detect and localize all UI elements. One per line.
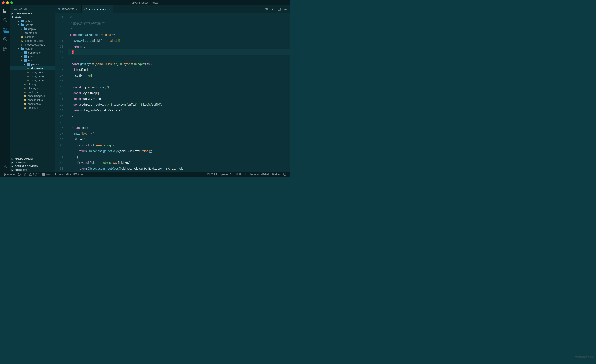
section-label: WWW	[15, 16, 21, 18]
file-aliyun-js[interactable]: JSaliyun.js	[10, 86, 55, 90]
folder-icon	[21, 47, 24, 50]
cursor-position[interactable]: Ln 13, Col 3	[202, 173, 218, 176]
svg-point-4	[6, 29, 7, 30]
chevron-icon: ▶	[18, 24, 20, 26]
tab-aliyun-image-js[interactable]: JSaliyun-image.js×	[82, 5, 113, 13]
file-mongo-tou-[interactable]: JSmongo-tou..	[10, 78, 55, 82]
file-checkpost-js[interactable]: JScheckpost.js	[10, 98, 55, 102]
minimize-window-icon[interactable]	[6, 1, 9, 4]
prettier[interactable]: Prettier	[271, 173, 282, 176]
svg-point-1	[4, 18, 6, 21]
svg-point-19	[284, 174, 284, 174]
file-processes-job-j-[interactable]: {..}processes.job.j..	[10, 39, 55, 43]
file-helper-js[interactable]: JShelper.js	[10, 106, 55, 110]
file-aliyun-ima-[interactable]: JSaliyun-ima..	[10, 67, 55, 70]
file-processes-prod-[interactable]: {..}processes.prod..	[10, 43, 55, 47]
folder-icon	[24, 28, 27, 30]
editor-area: M↓README.mdJSaliyun-image.js× ⋯ 78910111…	[55, 5, 290, 172]
chevron-icon: ▶	[21, 59, 23, 62]
svg-point-2	[4, 28, 5, 29]
sidebar-title: EXPLORER	[10, 5, 55, 12]
split-editor-icon[interactable]	[277, 7, 281, 11]
tree-item-label: deploy	[28, 27, 36, 30]
tree-item-label: libs	[28, 59, 32, 62]
code[interactable]: /** * 把字段转成标准的格式 */ const normalizeField…	[67, 13, 290, 172]
folder-plugins[interactable]: ▶plugins	[10, 62, 55, 67]
section-www[interactable]: ▶WWW	[10, 15, 55, 19]
debug-icon[interactable]	[2, 37, 8, 42]
section-projects[interactable]: ▶PROJECTS	[10, 168, 55, 172]
file-mongo-ima-[interactable]: JSmongo-ima..	[10, 74, 55, 78]
close-tab-icon[interactable]: ×	[108, 7, 110, 11]
js-file-icon: JS	[27, 79, 30, 82]
file-cache-js[interactable]: JScache.js	[10, 90, 55, 94]
folder-icon	[42, 173, 45, 176]
file-crontab-sh[interactable]: >_crontab.sh	[10, 31, 55, 35]
section-open-editors[interactable]: ▶OPEN EDITORS	[10, 12, 55, 15]
tab-label: README.md	[62, 8, 78, 11]
tree-item-label: checkimage.js	[28, 94, 45, 97]
indentation[interactable]: Spaces: 2	[218, 173, 232, 176]
feedback-icon[interactable]	[282, 173, 288, 176]
js-file-icon: JS	[24, 103, 27, 105]
open-changes-icon[interactable]	[265, 7, 268, 11]
explorer-icon[interactable]	[2, 8, 8, 13]
folder-controllers[interactable]: ▶controllers	[10, 51, 55, 55]
lightning-icon[interactable]	[53, 173, 58, 176]
folder-public[interactable]: ▶public	[10, 19, 55, 23]
tree-item-label: cache.js	[28, 90, 38, 94]
chevron-icon: ▶	[18, 48, 20, 50]
file-patch-js[interactable]: JSpatch.js	[10, 35, 55, 39]
tree-item-label: aliyun-ima..	[31, 67, 45, 70]
eol[interactable]: LF	[242, 173, 248, 176]
section-xml[interactable]: ▶XML DOCUMENT	[10, 157, 55, 161]
extensions-icon[interactable]	[2, 46, 8, 52]
tree-item-label: public	[25, 20, 32, 23]
file-mongo-aud-[interactable]: JSmongo-aud..	[10, 70, 55, 74]
tree-item-label: helper.js	[28, 106, 38, 109]
svg-rect-8	[3, 49, 5, 51]
svg-rect-10	[265, 8, 266, 10]
encoding[interactable]: UTF-8	[232, 173, 242, 176]
file-constant-js[interactable]: JSconstant.js	[10, 102, 55, 106]
settings-gear-icon[interactable]	[2, 163, 8, 169]
svg-point-9	[5, 166, 6, 167]
section-label: PROJECTS	[15, 169, 27, 171]
sync-icon[interactable]	[16, 173, 22, 176]
run-icon[interactable]	[271, 8, 274, 11]
folder-deploy[interactable]: ▶deploy	[10, 27, 55, 31]
chevron-right-icon: ▶	[12, 158, 14, 160]
js-file-icon: JS	[24, 83, 27, 86]
folder-libs[interactable]: ▶libs	[10, 59, 55, 62]
folder-status[interactable]: www	[41, 173, 53, 176]
file-alipay-js[interactable]: JSalipay.js	[10, 82, 55, 86]
json-file-icon: {..}	[21, 43, 24, 46]
folder-scripts[interactable]: ▶scripts	[10, 23, 55, 27]
svg-rect-6	[3, 47, 5, 49]
js-file-icon: JS	[27, 67, 30, 70]
section-commits[interactable]: ▶COMMITS	[10, 161, 55, 164]
section-compare-commits[interactable]: ▶COMPARE COMMITS	[10, 164, 55, 168]
language-mode[interactable]: Javascript (Babel)	[248, 173, 271, 176]
close-window-icon[interactable]	[2, 1, 5, 4]
tabs: M↓README.mdJSaliyun-image.js× ⋯	[55, 5, 290, 13]
source-control-icon[interactable]: 99+	[2, 27, 8, 32]
git-branch[interactable]: master	[2, 173, 16, 176]
editor[interactable]: 7891011121314151617181920212223242526272…	[55, 13, 290, 172]
file-checkimage-js[interactable]: JScheckimage.js	[10, 94, 55, 98]
window-title: aliyun-image.js — www	[132, 1, 158, 4]
chevron-right-icon: ▶	[12, 169, 14, 171]
scm-badge: 99+	[4, 31, 9, 33]
problems[interactable]: 0 0 0	[22, 173, 41, 176]
folder-server[interactable]: ▶server	[10, 47, 55, 51]
folder-jobs[interactable]: ▶jobs	[10, 55, 55, 59]
more-icon[interactable]: ⋯	[284, 8, 287, 11]
section-label: XML DOCUMENT	[15, 157, 33, 160]
svg-rect-7	[5, 47, 7, 49]
chevron-icon: ▶	[21, 28, 23, 30]
search-icon[interactable]	[2, 17, 8, 23]
tree-item-label: crontab.sh	[25, 31, 37, 34]
maximize-window-icon[interactable]	[10, 1, 13, 4]
chevron-right-icon: ▶	[12, 12, 14, 15]
tab-README-md[interactable]: M↓README.md	[55, 5, 82, 13]
